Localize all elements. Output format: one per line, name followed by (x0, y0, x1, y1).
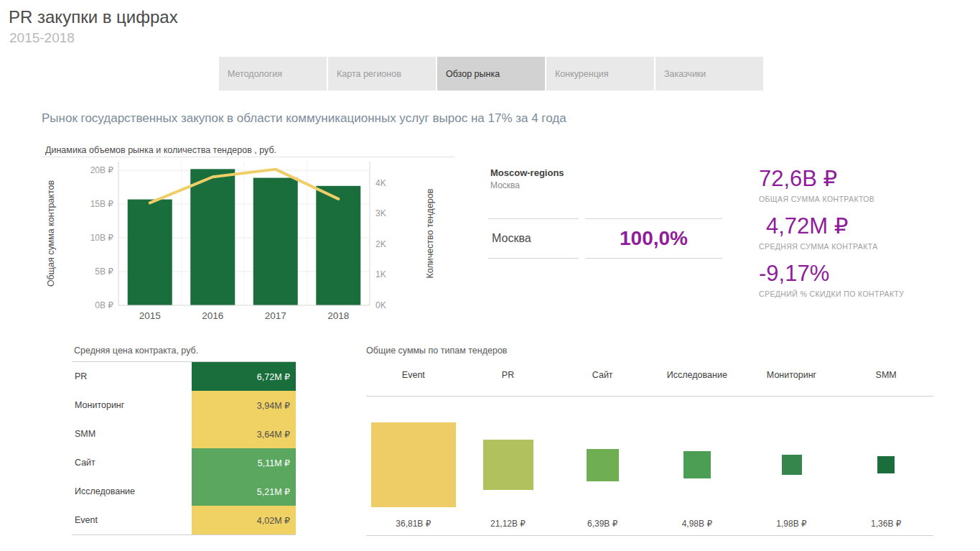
region-filter[interactable]: Moscow-regions Москва (490, 167, 564, 190)
tender-type-square-PR[interactable] (483, 440, 533, 490)
tender-type-value-Сайт: 6,39B ₽ (555, 519, 650, 529)
price-row-Event[interactable]: Event4,02M ₽ (72, 506, 296, 534)
bar-2016[interactable] (190, 169, 235, 305)
left-tick: 20B ₽ (90, 165, 114, 175)
price-row-value-cell[interactable]: 5,21M ₽ (192, 477, 296, 506)
left-axis-title: Общая сумма контрактов (46, 180, 56, 287)
price-row-value-cell[interactable]: 4,02M ₽ (192, 506, 296, 534)
price-row-SMM[interactable]: SMM3,64M ₽ (72, 420, 296, 448)
kpi-avg-contract-label: СРЕДНЯЯ СУММА КОНТРАКТА (759, 242, 967, 251)
tender-type-value-Event: 36,81B ₽ (366, 519, 461, 529)
tab-customers[interactable]: Заказчики (655, 57, 763, 91)
x-label-2016: 2016 (202, 310, 223, 321)
tender-type-value-Исследование: 4,98B ₽ (650, 519, 745, 529)
page-title: PR закупки в цифрах (9, 7, 178, 27)
tender-type-col-Сайт (555, 397, 650, 533)
page-subtitle: 2015-2018 (9, 30, 75, 46)
right-tick: 0K (375, 300, 386, 310)
tab-bar: Методология Карта регионов Обзор рынка К… (219, 57, 765, 91)
tender-type-value-SMM: 1,36B ₽ (839, 519, 933, 529)
right-tick: 1K (375, 269, 386, 279)
price-row-label: SMM (72, 420, 192, 448)
tab-competition[interactable]: Конкуренция (546, 57, 654, 91)
price-row-Мониторинг[interactable]: Мониторинг3,94M ₽ (72, 391, 296, 420)
price-row-label: Event (72, 506, 192, 534)
tender-type-col-Исследование (650, 397, 745, 533)
price-row-Исследование[interactable]: Исследование5,21M ₽ (72, 477, 296, 506)
kpi-avg-contract: 4,72M ₽ СРЕДНЯЯ СУММА КОНТРАКТА (759, 214, 967, 251)
tender-type-col-SMM (839, 397, 933, 533)
right-axis-title: Количество тендеров (425, 188, 435, 278)
right-tick: 4K (375, 178, 386, 188)
left-tick: 5B ₽ (95, 267, 113, 277)
tender-type-header-Сайт: Сайт (555, 370, 650, 380)
market-dynamics-panel: 0B ₽5B ₽10B ₽15B ₽20B ₽0K1K2K3K4K2015201… (42, 142, 454, 330)
price-row-label: PR (72, 362, 192, 391)
tab-methodology[interactable]: Методология (219, 57, 327, 91)
x-label-2015: 2015 (139, 310, 161, 321)
price-row-Сайт[interactable]: Сайт5,11M ₽ (72, 448, 296, 477)
tender-type-marks-row (366, 397, 933, 533)
price-row-value-cell[interactable]: 3,94M ₽ (192, 391, 296, 420)
right-tick: 3K (375, 208, 386, 218)
region-filter-title: Moscow-regions (490, 167, 564, 178)
bar-2017[interactable] (253, 178, 298, 305)
left-tick: 10B ₽ (90, 233, 114, 243)
tender-type-header-Исследование: Исследование (650, 370, 745, 380)
tender-type-header-SMM: SMM (839, 370, 933, 380)
region-row-label[interactable]: Москва (488, 218, 579, 259)
kpi-total-contracts-label: ОБЩАЯ СУММА КОНТРАКТОВ (759, 195, 967, 203)
tender-type-square-Исследование[interactable] (683, 451, 711, 478)
region-row-value: 100,0% (585, 218, 722, 259)
tender-type-header-Мониторинг: Мониторинг (745, 370, 839, 380)
kpi-avg-discount: -9,17% СРЕДНИЙ % СКИДКИ ПО КОНТРАКТУ (759, 261, 967, 298)
tender-type-value-PR: 21,12B ₽ (461, 519, 556, 529)
bar-2015[interactable] (128, 200, 172, 305)
bar-2018[interactable] (316, 186, 360, 305)
tender-type-col-PR (461, 397, 556, 533)
tender-type-header-Event: Event (366, 370, 461, 380)
region-filter-value: Москва (490, 180, 564, 190)
tender-type-header-row: EventPRСайтИсследованиеМониторингSMM (366, 370, 933, 397)
right-tick: 2K (375, 239, 386, 249)
kpi-avg-discount-label: СРЕДНИЙ % СКИДКИ ПО КОНТРАКТУ (759, 290, 967, 298)
tab-market-overview[interactable]: Обзор рынка (437, 57, 545, 91)
x-label-2017: 2017 (265, 310, 286, 321)
price-row-label: Исследование (72, 477, 192, 506)
tender-type-square-SMM[interactable] (877, 456, 895, 473)
kpi-avg-discount-value: -9,17% (759, 261, 967, 286)
kpi-total-contracts-value: 72,6B ₽ (759, 167, 967, 191)
kpi-avg-contract-value: 4,72M ₽ (759, 214, 967, 239)
price-row-value-cell[interactable]: 6,72M ₽ (192, 362, 296, 391)
tender-type-values-row: 36,81B ₽21,12B ₽6,39B ₽4,98B ₽1,98B ₽1,3… (366, 519, 933, 536)
avg-price-title: Средняя цена контракта, руб. (74, 346, 198, 356)
tender-type-square-Event[interactable] (371, 422, 456, 507)
price-row-label: Мониторинг (72, 391, 192, 420)
avg-price-table: PR6,72M ₽Мониторинг3,94M ₽SMM3,64M ₽Сайт… (72, 361, 296, 535)
x-label-2018: 2018 (327, 310, 349, 321)
tender-type-square-Мониторинг[interactable] (782, 455, 802, 475)
tender-type-col-Event (366, 397, 461, 533)
left-tick: 0B ₽ (95, 300, 113, 310)
tender-type-value-Мониторинг: 1,98B ₽ (745, 519, 839, 529)
kpi-total-contracts: 72,6B ₽ ОБЩАЯ СУММА КОНТРАКТОВ (759, 167, 967, 203)
tender-type-square-Сайт[interactable] (587, 449, 619, 481)
dual-axis-chart: 0B ₽5B ₽10B ₽15B ₽20B ₽0K1K2K3K4K2015201… (42, 142, 454, 330)
region-share-table: Москва 100,0% (488, 218, 722, 259)
tender-type-header-PR: PR (461, 370, 556, 380)
dashboard: PR закупки в цифрах 2015-2018 Методологи… (0, 0, 980, 551)
price-row-value-cell[interactable]: 3,64M ₽ (192, 420, 296, 448)
kpi-column: 72,6B ₽ ОБЩАЯ СУММА КОНТРАКТОВ 4,72M ₽ С… (759, 167, 967, 309)
price-row-PR[interactable]: PR6,72M ₽ (72, 362, 296, 391)
price-row-label: Сайт (72, 448, 192, 477)
price-row-value-cell[interactable]: 5,11M ₽ (192, 448, 296, 477)
tender-type-col-Мониторинг (745, 397, 839, 533)
market-dynamics-title: Динамика объемов рынка и количества тенд… (45, 145, 276, 155)
tender-type-title: Общие суммы по типам тендеров (366, 346, 508, 356)
tab-region-map[interactable]: Карта регионов (328, 57, 436, 91)
headline: Рынок государственных закупок в области … (42, 111, 566, 126)
left-tick: 15B ₽ (90, 199, 114, 209)
